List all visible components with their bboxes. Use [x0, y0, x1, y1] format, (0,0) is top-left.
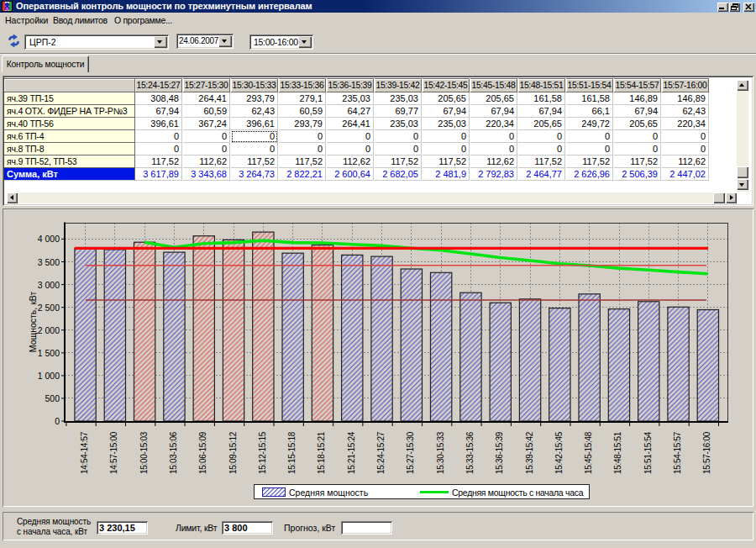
svg-text:1 000: 1 000 — [38, 371, 60, 381]
svg-text:15:21-15:24: 15:21-15:24 — [347, 431, 356, 474]
svg-text:15:24-15:27: 15:24-15:27 — [376, 431, 386, 474]
svg-text:14:57-15:00: 14:57-15:00 — [109, 431, 118, 474]
svg-text:4 000: 4 000 — [38, 234, 60, 244]
svg-text:0: 0 — [55, 416, 60, 426]
svg-text:15:18-15:21: 15:18-15:21 — [317, 431, 326, 474]
svg-text:15:03-15:06: 15:03-15:06 — [169, 431, 178, 474]
svg-text:3 000: 3 000 — [38, 280, 60, 290]
svg-text:15:36-15:39: 15:36-15:39 — [495, 431, 504, 474]
svg-text:Мощность, кВт: Мощность, кВт — [28, 292, 38, 353]
svg-text:15:30-15:33: 15:30-15:33 — [436, 431, 445, 474]
svg-text:15:48-15:51: 15:48-15:51 — [613, 431, 622, 474]
svg-text:15:00-15:03: 15:00-15:03 — [139, 431, 149, 474]
svg-text:15:15-15:18: 15:15-15:18 — [287, 431, 297, 474]
svg-text:15:45-15:48: 15:45-15:48 — [584, 431, 593, 474]
svg-text:2 500: 2 500 — [38, 303, 60, 313]
svg-text:15:39-15:42: 15:39-15:42 — [525, 431, 534, 474]
svg-text:15:57-16:00: 15:57-16:00 — [702, 431, 711, 474]
svg-text:15:33-15:36: 15:33-15:36 — [465, 431, 475, 474]
svg-text:15:06-15:09: 15:06-15:09 — [198, 431, 207, 474]
svg-text:15:09-15:12: 15:09-15:12 — [228, 431, 238, 474]
svg-text:15:54-15:57: 15:54-15:57 — [673, 431, 682, 474]
svg-text:15:42-15:45: 15:42-15:45 — [554, 431, 564, 474]
svg-text:15:51-15:54: 15:51-15:54 — [643, 431, 653, 474]
svg-text:14:54-14:57: 14:54-14:57 — [80, 431, 89, 474]
svg-text:15:27-15:30: 15:27-15:30 — [406, 431, 415, 474]
svg-text:500: 500 — [45, 393, 60, 403]
svg-text:1 500: 1 500 — [38, 348, 60, 358]
svg-text:15:12-15:15: 15:12-15:15 — [258, 431, 267, 474]
svg-text:3 500: 3 500 — [38, 257, 60, 267]
svg-text:2 000: 2 000 — [38, 325, 60, 335]
